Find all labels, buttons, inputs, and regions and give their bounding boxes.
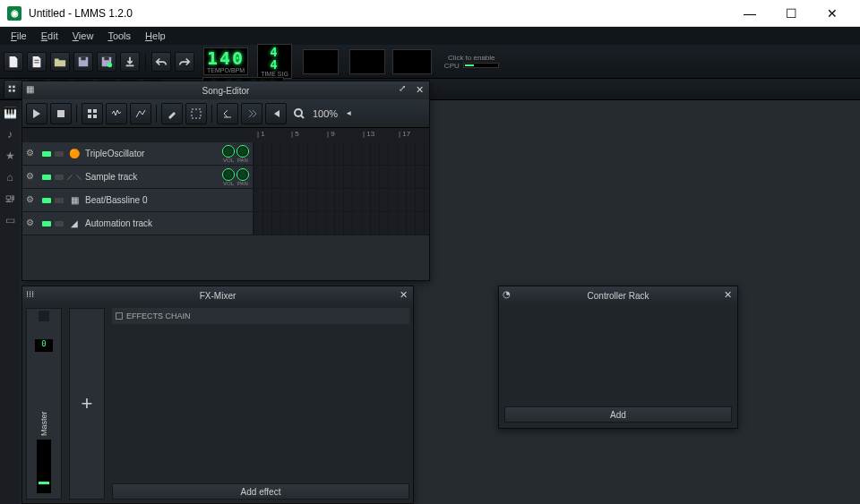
open-button[interactable] [50,52,70,72]
track-row: ⚙ ◢ Automation track [22,212,429,235]
controller-rack-titlebar[interactable]: ◔ Controller Rack ✕ [499,286,737,304]
stop-button[interactable] [50,103,72,124]
mute-button[interactable] [42,175,51,180]
add-bb-track-button[interactable] [82,103,103,124]
track-header[interactable]: ⚙ ▦ Beat/Bassline 0 [22,189,254,211]
gear-icon[interactable]: ⚙ [26,148,39,160]
fx-fader[interactable] [37,440,51,493]
sidebar-projects-icon[interactable]: ▭ [1,211,19,229]
controller-rack-window[interactable]: ◔ Controller Rack ✕ Add [498,286,738,429]
track-name[interactable]: Beat/Bassline 0 [85,195,249,205]
controller-rack-close[interactable]: ✕ [721,288,734,301]
solo-button[interactable] [55,198,64,203]
maximize-button[interactable]: ☐ [770,0,812,27]
cpu-meter[interactable]: Click to enable CPU [444,54,499,70]
fx-mixer-close[interactable]: ✕ [397,288,409,301]
solo-button[interactable] [55,175,64,180]
mute-button[interactable] [42,198,51,203]
solo-button[interactable] [55,151,64,157]
timeline-forward-button[interactable] [241,103,262,124]
track-content[interactable] [254,142,429,165]
timeline-back-button[interactable] [217,103,238,124]
track-name[interactable]: TripleOscillator [85,149,219,158]
gear-icon[interactable]: ⚙ [26,171,39,184]
mute-button[interactable] [42,221,51,226]
pan-knob[interactable] [236,145,249,158]
menu-edit[interactable]: Edit [34,29,65,43]
new-project-button[interactable] [4,52,23,72]
menu-file[interactable]: File [4,29,34,43]
fx-mixer-window[interactable]: ⁞⁞⁞ FX-Mixer ✕ 0 Master + EFFECTS CHAIN [22,286,414,504]
fx-send-button[interactable] [39,311,49,321]
edit-mode-button[interactable] [185,103,207,124]
power-icon[interactable] [116,312,123,320]
track-list: ⚙ 🟠 TripleOscillator VOL PAN ⚙ [22,142,429,235]
export-button[interactable] [120,52,140,72]
track-name[interactable]: Sample track [85,172,219,182]
draw-mode-button[interactable] [161,103,183,124]
save-button[interactable] [73,52,93,72]
menu-help[interactable]: Help [138,29,173,43]
instrument-icon[interactable]: 🟠 [67,147,82,161]
track-header[interactable]: ⚙ ⟋⟍ Sample track VOL PAN [22,166,254,188]
sidebar-presets-icon[interactable]: ★ [1,147,19,165]
gear-icon[interactable]: ⚙ [26,218,39,230]
visualizer[interactable] [392,49,432,74]
pan-knob[interactable] [236,168,249,181]
svg-rect-1 [81,56,85,60]
fx-chain-list [112,324,409,483]
undo-button[interactable] [151,52,171,72]
fx-master-channel[interactable]: 0 Master [26,308,62,500]
new-template-button[interactable] [27,52,47,72]
sidebar-instruments-icon[interactable]: 🎹 [1,104,19,122]
timeline-ruler[interactable]: | 1 | 5 | 9 | 13 | 17 [22,128,429,142]
solo-button[interactable] [55,221,64,226]
track-content[interactable] [254,212,429,235]
track-header[interactable]: ⚙ 🟠 TripleOscillator VOL PAN [22,142,254,165]
song-editor-toggle[interactable] [4,80,23,99]
master-volume-slider[interactable] [303,49,339,74]
fx-add-channel-button[interactable]: + [69,308,105,500]
add-effect-button[interactable]: Add effect [112,483,409,500]
sidebar-home-icon[interactable]: ⌂ [1,168,19,186]
volume-knob[interactable] [222,145,235,158]
track-header[interactable]: ⚙ ◢ Automation track [22,212,254,235]
sidebar-computer-icon[interactable]: 🖳 [1,190,19,208]
play-button[interactable] [26,103,47,124]
song-editor-close[interactable]: ✕ [413,83,426,96]
redo-button[interactable] [175,52,194,72]
add-automation-track-button[interactable] [130,103,151,124]
fx-channel-name[interactable]: Master [39,388,48,436]
add-sample-track-button[interactable] [106,103,127,124]
fx-mixer-titlebar[interactable]: ⁞⁞⁞ FX-Mixer ✕ [22,286,413,304]
search-icon [293,107,305,120]
menu-view[interactable]: View [65,29,101,43]
mute-button[interactable] [42,151,51,157]
svg-rect-3 [104,56,108,60]
zoom-value[interactable]: 100% [307,108,343,119]
song-editor-window[interactable]: ▦ Song-Editor ⤢ ✕ 100% ◄ | [22,81,430,281]
master-pitch-slider[interactable] [349,49,385,74]
sidebar-samples-icon[interactable]: ♪ [1,125,19,143]
save-as-button[interactable] [97,52,116,72]
song-editor-titlebar[interactable]: ▦ Song-Editor ⤢ ✕ [22,81,429,99]
track-content[interactable] [254,189,429,211]
song-editor-maximize[interactable]: ⤢ [399,83,411,96]
tempo-display[interactable]: 140 TEMPO/BPM [203,47,248,75]
cpu-hint: Click to enable [448,54,494,62]
menu-tools[interactable]: Tools [100,29,138,43]
timeline-start-button[interactable] [265,103,287,124]
gear-icon[interactable]: ⚙ [26,194,39,207]
minimize-button[interactable]: — [729,0,770,27]
track-content[interactable] [254,166,429,188]
zoom-dropdown-icon[interactable]: ◄ [345,109,352,117]
controller-list [504,310,732,406]
svg-rect-8 [13,90,15,92]
timesig-display[interactable]: 4 4 TIME SIG [257,44,292,79]
close-button[interactable]: ✕ [812,0,853,27]
tempo-label: TEMPO/BPM [207,67,245,73]
track-name[interactable]: Automation track [85,218,249,228]
song-editor-title: Song-Editor [202,86,250,96]
volume-knob[interactable] [222,168,235,181]
add-controller-button[interactable]: Add [504,406,732,423]
